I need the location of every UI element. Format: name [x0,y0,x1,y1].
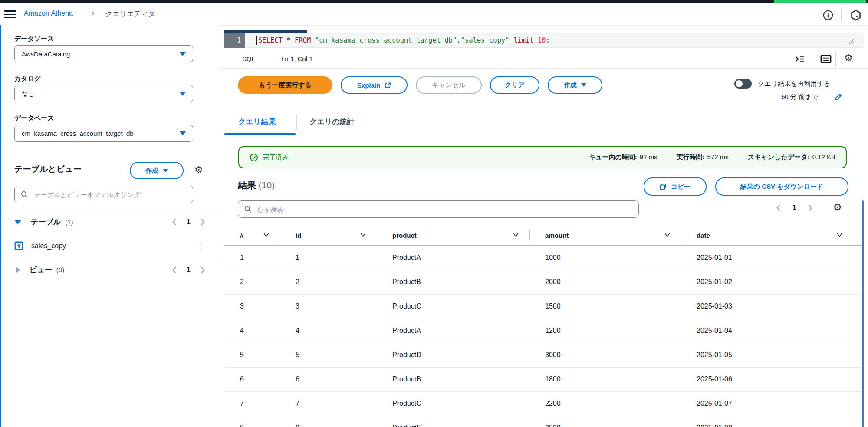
column-filter-icon[interactable] [513,232,519,238]
active-tab-underline [224,133,296,135]
table-cell: 5 [280,343,377,367]
results-table-header: #idproductamountdate [224,226,864,246]
download-csv-label: 結果の CSV をダウンロード [740,183,824,191]
create-label: 作成 [564,81,577,89]
scrollbar-thumb[interactable] [862,200,864,427]
sidebar-filter-box [14,186,193,203]
chevron-down-icon [581,83,586,87]
sql-editor[interactable]: SELECT * FROM "cm_kasama_cross_account_t… [245,33,864,48]
table-cell: 1200 [529,319,681,343]
reuse-results-toggle[interactable] [734,79,752,89]
cursor-position-label: Ln 1, Col 1 [281,55,313,62]
column-label: # [240,232,243,239]
table-cell: 3000 [529,343,681,367]
run-again-button[interactable]: もう一度実行する [238,76,332,94]
table-cell: 1500 [529,294,681,319]
table-cell: 2200 [529,391,681,416]
prev-page-icon[interactable] [172,266,177,274]
table-row: 77ProductC22002025-01-07 [224,391,864,416]
catalog-select[interactable]: なし [14,85,193,102]
table-item-menu-icon[interactable]: ⋮ [197,244,205,248]
table-row: 44ProductA12002025-01-04 [224,319,864,343]
table-cell: 3 [224,294,280,319]
divider [219,68,868,69]
datasource-value: AwsDataCatalog [22,50,70,58]
edit-pencil-icon[interactable] [834,92,843,101]
info-icon[interactable] [822,10,834,21]
database-select[interactable]: cm_kasama_cross_account_target_db [14,125,193,142]
column-filter-icon[interactable] [360,232,366,238]
table-row: 11ProductA10002025-01-01 [224,246,864,270]
results-settings-gear-icon[interactable]: ⚙ [833,203,842,212]
external-link-icon [385,82,391,89]
column-label: id [296,232,301,239]
prev-page-icon[interactable] [776,204,781,212]
clear-button[interactable]: クリア [490,76,539,94]
sidebar-gear-icon[interactable]: ⚙ [194,165,203,175]
results-search-input[interactable] [256,205,632,214]
column-filter-icon[interactable] [263,232,270,238]
table-cell: 1800 [529,367,681,391]
datasource-select[interactable]: AwsDataCatalog [14,45,193,62]
table-cell: 8 [280,416,377,427]
breadcrumb-link-athena[interactable]: Amazon Athena [24,10,73,17]
keyboard-shortcuts-icon[interactable] [820,54,832,64]
column-header-product: product [377,226,529,246]
table-cell: ProductA [377,246,529,270]
table-cell: 2025-01-05 [681,343,864,367]
table-cell: 1 [280,246,377,270]
chevron-down-icon [180,92,186,96]
database-label: データベース [14,114,54,122]
sidebar-create-button[interactable]: 作成 [130,162,184,179]
results-page-number: 1 [792,204,796,212]
next-page-icon[interactable] [808,204,813,212]
editor-line-number: 1 [224,33,245,48]
status-text: 完了済み [263,153,289,161]
table-row: 66ProductB18002025-01-06 [224,367,864,391]
table-item-sales-copy[interactable]: sales_copy ⋮ [14,235,205,257]
tables-page-number: 1 [187,218,191,226]
search-icon [21,191,28,198]
tables-count: (1) [65,218,73,226]
editor-language-label: SQL [242,55,255,62]
results-search-box [238,200,639,218]
prev-page-icon[interactable] [172,218,177,226]
download-csv-button[interactable]: 結果の CSV をダウンロード [715,177,848,196]
column-filter-icon[interactable] [664,232,671,238]
banner-metric: キュー内の時間:92 ms [589,153,658,161]
table-cell: 2025-01-03 [681,294,864,319]
column-header-num: # [224,226,280,246]
divider [219,135,868,135]
copy-button[interactable]: コピー [644,177,707,196]
table-cell: 3 [280,294,377,319]
create-button-label: 作成 [145,167,158,175]
table-cell: 6 [280,367,377,391]
editor-resize-handle-icon[interactable] [845,38,855,45]
table-cell: 4 [280,319,377,343]
table-cell: 2025-01-02 [681,270,864,294]
amazon-q-icon[interactable] [850,9,862,21]
table-cell: 8 [224,416,280,427]
tab-query-results[interactable]: クエリ結果 [238,117,276,127]
next-page-icon[interactable] [200,218,205,226]
create-button[interactable]: 作成 [548,76,602,94]
search-icon [244,206,252,213]
hamburger-menu-icon[interactable] [4,10,16,18]
next-page-icon[interactable] [200,266,205,274]
tab-query-stats[interactable]: クエリの統計 [309,117,355,127]
tables-section-row[interactable]: テーブル (1) 1 [14,209,205,235]
reuse-toggle-label: クエリ結果を再利用する [758,80,830,88]
sidebar-filter-input[interactable] [33,191,187,199]
format-query-icon[interactable] [794,53,806,65]
insert-table-icon[interactable] [14,241,23,250]
views-section-row[interactable]: ビュー (0) 1 [16,257,205,282]
active-query-tab-indicator[interactable] [224,30,307,33]
explain-button[interactable]: Explain [341,76,408,94]
table-cell: 1 [224,246,280,270]
editor-settings-gear-icon[interactable]: ⚙ [844,53,853,63]
cancel-button[interactable]: キャンセル [416,76,482,94]
table-cell: 2000 [529,270,681,294]
tables-views-title: テーブルとビュー [14,164,82,175]
table-cell: 7 [224,391,280,416]
column-filter-icon[interactable] [836,232,843,238]
